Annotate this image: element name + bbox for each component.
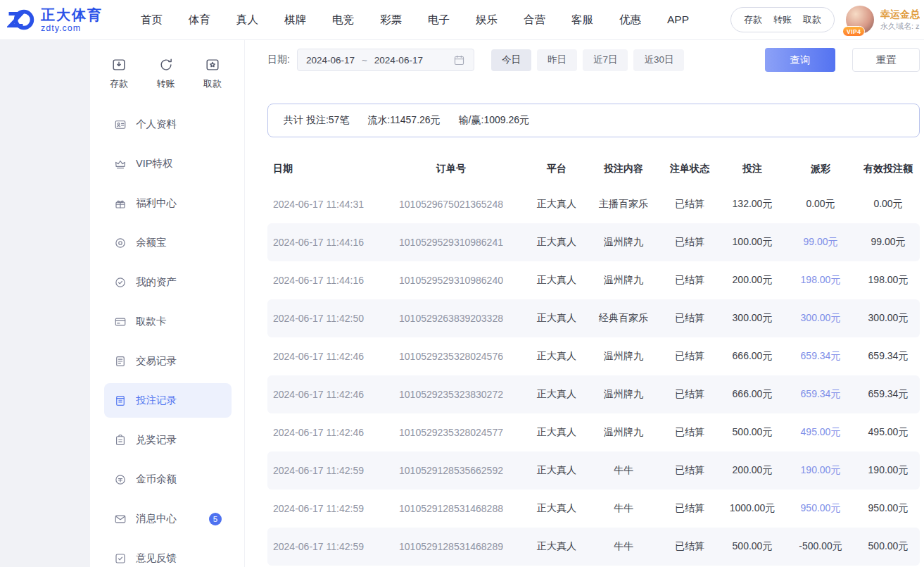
cell-bet: 132.00元: [720, 198, 785, 211]
sidebar-item[interactable]: 我的资产: [104, 265, 232, 299]
sidebar-item[interactable]: 兑奖记录: [104, 423, 232, 457]
sidebar-item[interactable]: 余额宝: [104, 225, 232, 260]
table-row: 2024-06-17 11:44:161010529529310986241正大…: [267, 223, 920, 261]
nav-item[interactable]: 首页: [141, 13, 163, 27]
table-row: 2024-06-17 11:42:461010529235328024576正大…: [267, 337, 920, 375]
cell-date: 2024-06-17 11:42:46: [267, 427, 376, 438]
summary-item: 共计 投注:57笔: [284, 114, 349, 127]
nav-item[interactable]: 体育: [189, 13, 210, 27]
reset-button[interactable]: 重置: [852, 48, 920, 72]
column-header: 平台: [526, 163, 588, 175]
nav-item[interactable]: 客服: [571, 13, 593, 27]
cell-platform: 正大真人: [526, 426, 588, 439]
sidebar-item[interactable]: 意见反馈: [104, 541, 232, 567]
cell-order: 1010529263839203328: [376, 313, 526, 324]
cell-date: 2024-06-17 11:42:46: [267, 351, 376, 362]
cell-bet: 200.00元: [720, 274, 785, 287]
sidebar-item-label: 个人资料: [136, 118, 177, 131]
main-nav: 首页体育真人棋牌电竞彩票电子娱乐合营客服优惠APP: [141, 13, 689, 27]
nav-item[interactable]: 彩票: [380, 13, 402, 27]
cell-payout: 99.00元: [785, 236, 856, 249]
table-row: 2024-06-17 11:44:311010529675021365248正大…: [267, 185, 920, 223]
sidebar-item-label: 消息中心: [136, 512, 177, 525]
withdraw-icon: [205, 57, 220, 73]
cell-game: 牛牛: [588, 464, 659, 477]
wallet-link[interactable]: 转账: [773, 13, 792, 26]
nav-item[interactable]: 优惠: [619, 13, 641, 27]
main-content: 日期: 2024-06-17 ~ 2024-06-17 今日昨日近7日近30日 …: [245, 40, 924, 567]
sidebar-item-label: 投注记录: [136, 394, 177, 407]
sidebar-item-label: 福利中心: [136, 197, 177, 210]
cell-order: 1010529235328024577: [376, 427, 526, 438]
cell-valid: 659.34元: [856, 350, 920, 363]
cell-payout: 659.34元: [785, 350, 856, 363]
table-header-row: 日期订单号平台投注内容注单状态投注派彩有效投注额: [267, 153, 920, 185]
cell-order: 1010529675021365248: [376, 199, 526, 210]
wallet-link[interactable]: 存款: [744, 13, 762, 26]
sidebar-item[interactable]: 消息中心5: [104, 501, 232, 536]
table-body: 2024-06-17 11:44:311010529675021365248正大…: [267, 185, 920, 566]
cell-status: 已结算: [659, 274, 720, 287]
range-button[interactable]: 昨日: [537, 49, 577, 71]
cell-bet: 100.00元: [720, 236, 785, 249]
brand-logo[interactable]: 正大体育 zdty.com: [7, 6, 111, 34]
cell-payout: 198.00元: [785, 274, 856, 287]
cell-valid: 99.00元: [856, 236, 920, 249]
cell-date: 2024-06-17 11:42:59: [267, 541, 376, 552]
sidebar-item-label: VIP特权: [136, 157, 172, 170]
nav-item[interactable]: APP: [667, 13, 689, 26]
wallet-link[interactable]: 取款: [803, 13, 821, 26]
summary-item: 流水:11457.26元: [367, 114, 440, 127]
nav-item[interactable]: 电子: [428, 13, 450, 27]
date-range-input[interactable]: 2024-06-17 ~ 2024-06-17: [297, 49, 474, 71]
quick-action[interactable]: 存款: [110, 57, 128, 90]
cell-valid: 950.00元: [856, 502, 920, 515]
range-button[interactable]: 今日: [491, 49, 531, 71]
cell-payout: 495.00元: [785, 426, 856, 439]
summary-item: 输/赢:1009.26元: [459, 114, 529, 127]
cell-bet: 666.00元: [720, 388, 785, 401]
nav-item[interactable]: 娱乐: [476, 13, 498, 27]
nav-item[interactable]: 真人: [236, 13, 258, 27]
sidebar-item[interactable]: 取款卡: [104, 304, 232, 339]
sidebar-item[interactable]: VIP特权: [104, 147, 232, 181]
sidebar-item[interactable]: 交易记录: [104, 344, 232, 378]
range-button[interactable]: 近30日: [633, 49, 684, 71]
nav-item[interactable]: 电竞: [332, 13, 354, 27]
unread-badge: 5: [209, 513, 222, 525]
user-domain-note: 永久域名: z: [880, 21, 920, 32]
cell-game: 温州牌九: [588, 426, 659, 439]
wallet-links: 存款转账取款: [730, 7, 835, 32]
cell-date: 2024-06-17 11:44:16: [267, 237, 376, 248]
user-name: 幸运金总: [880, 8, 920, 21]
cell-payout: 190.00元: [785, 464, 856, 477]
quick-action[interactable]: 转账: [157, 57, 175, 90]
cell-game: 温州牌九: [588, 350, 659, 363]
sidebar-item[interactable]: 投注记录: [104, 383, 232, 418]
column-header: 投注内容: [588, 163, 659, 175]
cell-status: 已结算: [659, 426, 720, 439]
table-row: 2024-06-17 11:42:591010529128535662592正大…: [267, 451, 920, 490]
quick-action[interactable]: 取款: [203, 57, 222, 90]
nav-item[interactable]: 合营: [524, 13, 545, 27]
sidebar: 存款转账取款 个人资料VIP特权福利中心余额宝我的资产取款卡交易记录投注记录兑奖…: [90, 40, 245, 567]
cell-platform: 正大真人: [526, 236, 588, 249]
cell-status: 已结算: [659, 388, 720, 401]
mail-icon: [114, 513, 127, 525]
topbar-right: 存款转账取款 VIP4 幸运金总 永久域名: z: [730, 6, 920, 34]
cell-date: 2024-06-17 11:42:50: [267, 313, 376, 324]
vip-badge: VIP4: [842, 26, 865, 37]
range-button[interactable]: 近7日: [583, 49, 628, 71]
user-chip[interactable]: VIP4 幸运金总 永久域名: z: [846, 6, 920, 34]
cell-bet: 300.00元: [720, 312, 785, 325]
sidebar-item[interactable]: 金币余额: [104, 462, 232, 497]
query-button[interactable]: 查询: [765, 48, 835, 72]
cell-platform: 正大真人: [526, 502, 588, 515]
assets-icon: [114, 276, 127, 289]
nav-item[interactable]: 棋牌: [284, 13, 306, 27]
sidebar-item[interactable]: 福利中心: [104, 186, 232, 220]
sidebar-item[interactable]: 个人资料: [104, 107, 232, 142]
bet-records-table: 日期订单号平台投注内容注单状态投注派彩有效投注额 2024-06-17 11:4…: [267, 153, 920, 566]
sidebar-item-label: 意见反馈: [136, 552, 177, 565]
cell-status: 已结算: [659, 350, 720, 363]
